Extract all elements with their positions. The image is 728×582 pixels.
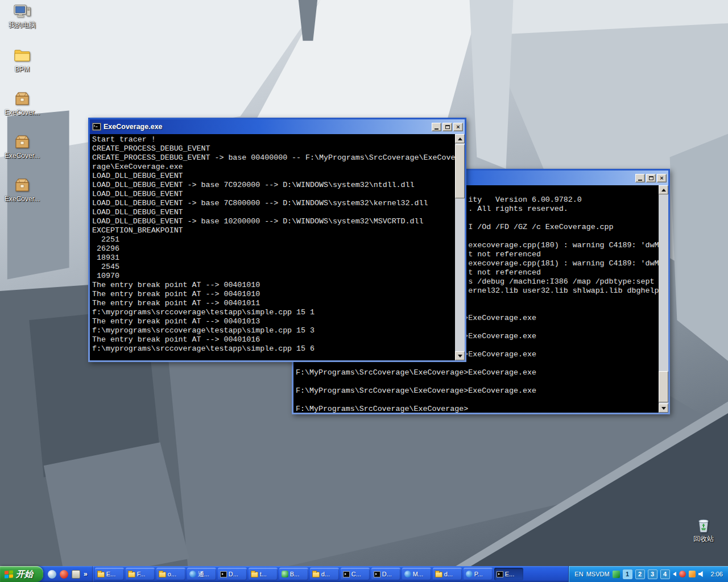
desktop-icon-execover-1[interactable]: ExeCover... [5,90,40,117]
maximize-icon [649,176,653,180]
quick-launch-overflow-chevron[interactable]: » [84,570,88,578]
quick-launch-bar: » [43,566,93,582]
minimize-button[interactable] [432,123,441,131]
start-button[interactable]: 开始 [0,566,43,582]
volume-icon[interactable] [698,571,706,577]
virtual-desktop-4-button[interactable]: 4 [660,569,670,579]
tray-icon-2[interactable] [689,571,696,577]
scroll-down-button[interactable] [455,351,465,360]
start-button-label: 开始 [16,569,33,580]
taskbar-button[interactable]: P... [464,568,493,580]
front-window-scrollbar[interactable] [455,134,465,360]
app-icon [282,571,288,577]
taskbar-buttons: E... F... o... 通... D... t... B... d... … [93,566,569,582]
front-window-titlebar[interactable]: ExeCoverage.exe × [90,119,465,134]
scroll-up-button[interactable] [455,134,465,143]
close-icon: × [456,124,460,130]
maximize-button[interactable] [646,174,656,182]
msvdm-toolbar-label[interactable]: MSVDM [586,571,610,577]
setup-box-icon [13,176,31,194]
minimize-button[interactable] [635,174,645,182]
folder-icon [159,572,166,577]
desktop-icon-recycle-bin[interactable]: 回收站 [686,516,721,543]
desktop-icon-execover-2[interactable]: ExeCover... [5,133,40,160]
quick-launch-icon-2[interactable] [60,570,68,579]
system-tray: EN MSVDM 1 2 3 4 2:06 [568,566,728,582]
setup-box-icon [13,133,31,151]
taskbar-button[interactable]: F... [126,568,155,580]
front-console-output[interactable]: Start tracer ! CREATE_PROCESS_DEBUG_EVEN… [90,134,465,360]
desktop-icon-label: ExeCover... [5,196,40,203]
taskbar-button[interactable]: B... [279,568,308,580]
folder-icon [312,572,320,577]
app-icon [404,571,411,577]
scrollbar-thumb[interactable] [659,371,668,402]
close-button[interactable]: × [453,123,463,131]
console-icon [343,571,350,577]
taskbar-button[interactable]: M... [402,568,431,580]
console-icon [374,571,380,577]
folder-icon [13,47,31,65]
front-window-title: ExeCoverage.exe [104,123,431,131]
arrow-down-icon [458,355,462,357]
taskbar: 开始 » E... F... o... 通... D... t... B... … [0,566,728,582]
desktop-icon-execover-3[interactable]: ExeCover... [5,176,40,203]
taskbar-button[interactable]: t... [249,568,278,580]
virtual-desktop-1-button[interactable]: 1 [623,569,632,579]
close-button[interactable]: × [657,174,667,182]
taskbar-button[interactable]: o... [156,568,185,580]
windows-logo-icon [5,570,13,578]
folder-icon [251,572,258,577]
taskbar-button[interactable]: d... [433,568,462,580]
show-desktop-icon[interactable] [72,570,80,579]
taskbar-button[interactable]: d... [310,568,339,580]
arrow-down-icon [661,407,666,410]
console-icon [220,571,227,577]
arrow-up-icon [458,138,462,140]
taskbar-button[interactable]: D... [218,568,247,580]
minimize-icon [638,180,642,181]
taskbar-button[interactable]: E... [95,568,124,580]
desktop-icon-label: ExeCover... [5,152,40,160]
vdm-tray-icon[interactable] [613,571,620,578]
maximize-button[interactable] [442,123,452,131]
front-console-window: ExeCoverage.exe × Start tracer ! CREATE_… [88,118,466,362]
language-indicator[interactable]: EN [574,571,583,577]
virtual-desktop-3-button[interactable]: 3 [648,569,657,579]
hide-icons-chevron[interactable] [673,572,676,576]
back-window-scrollbar[interactable] [659,185,668,413]
my-computer-icon [13,2,31,20]
virtual-desktop-2-button[interactable]: 2 [635,569,645,579]
desktop-icon-label: 回收站 [693,535,714,543]
desktop-icon-bpm-folder[interactable]: BPM [5,47,40,73]
scroll-up-button[interactable] [659,185,668,194]
recycle-bin-icon [694,516,713,534]
maximize-icon [445,125,450,129]
console-window-icon [92,122,101,131]
app-icon [189,571,196,577]
taskbar-clock: 2:06 [711,571,723,577]
quick-launch-icon-1[interactable] [48,570,56,579]
taskbar-button-active[interactable]: E... [494,568,523,580]
setup-box-icon [13,90,31,108]
desktop-icon-my-computer[interactable]: 我的电脑 [5,2,40,29]
folder-icon [128,572,135,577]
folder-icon [435,572,442,577]
desktop-icon-label: 我的电脑 [9,22,36,29]
minimize-icon [435,128,439,130]
console-icon [497,571,503,577]
scroll-down-button[interactable] [659,404,668,413]
taskbar-button[interactable]: D... [371,568,400,580]
taskbar-button[interactable]: 通... [187,568,216,580]
scrollbar-thumb[interactable] [455,144,465,198]
desktop-icon-label: BPM [15,66,30,73]
arrow-up-icon [661,189,666,192]
console-output-text: Start tracer ! CREATE_PROCESS_DEBUG_EVEN… [90,134,465,354]
close-icon: × [660,175,663,181]
app-icon [466,571,473,577]
taskbar-button[interactable]: C... [341,568,370,580]
desktop-icon-label: ExeCover... [5,109,40,117]
tray-icon-1[interactable] [679,571,686,577]
folder-icon [97,572,105,577]
